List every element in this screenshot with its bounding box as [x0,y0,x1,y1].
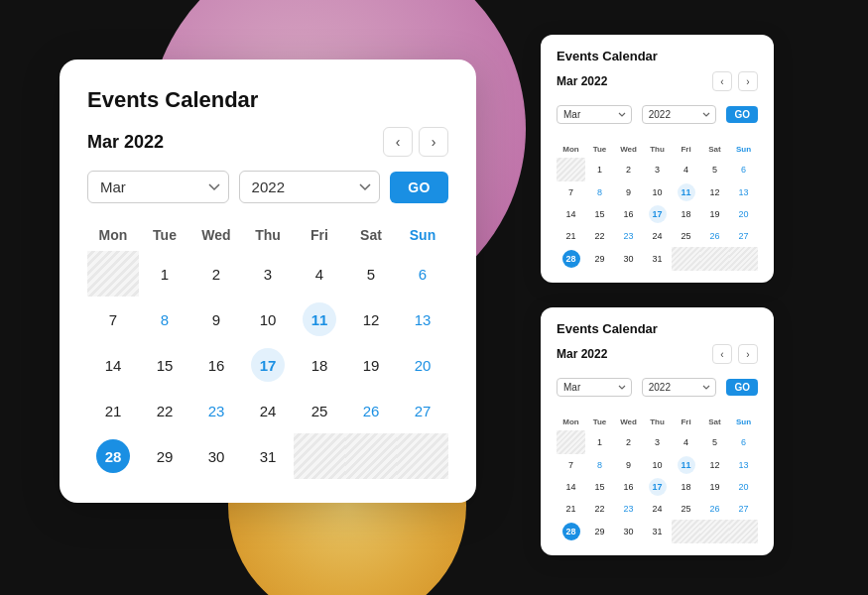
table-row[interactable] [557,158,585,181]
table-row[interactable]: 18 [672,203,700,225]
small-calendar-2-year-select[interactable]: 2020202120222023 [642,378,717,397]
table-row[interactable]: 1 [585,158,614,181]
table-row[interactable]: 9 [614,454,643,476]
table-row[interactable]: 26 [345,388,397,433]
small-calendar-1-year-select[interactable]: 2020202120222023 [642,105,717,124]
table-row[interactable] [397,433,448,479]
table-row[interactable]: 21 [557,498,585,520]
small-calendar-2-month-select[interactable]: JanFebMarApr MayJunJulAug SepOctNovDec [557,378,632,397]
table-row[interactable]: 29 [585,520,614,543]
table-row[interactable]: 11 [672,181,700,203]
table-row[interactable]: 2 [190,251,242,297]
table-row[interactable]: 3 [643,430,672,454]
table-row[interactable]: 21 [87,388,139,433]
small-calendar-2-go-btn[interactable]: GO [726,379,758,396]
table-row[interactable] [345,433,397,479]
table-row[interactable]: 20 [729,203,758,225]
table-row[interactable]: 6 [729,430,758,454]
table-row[interactable]: 15 [585,203,614,225]
table-row[interactable]: 19 [700,203,729,225]
main-calendar-prev-btn[interactable]: ‹ [383,127,413,157]
table-row[interactable]: 30 [190,433,242,479]
small-calendar-1-month-select[interactable]: JanFebMarApr MayJunJulAug SepOctNovDec [557,105,632,124]
table-row[interactable]: 7 [557,454,585,476]
table-row[interactable]: 26 [700,498,729,520]
table-row[interactable]: 11 [294,297,345,342]
table-row[interactable]: 19 [345,342,397,388]
table-row[interactable]: 27 [729,225,758,247]
table-row[interactable]: 13 [729,454,758,476]
table-row[interactable]: 19 [700,476,729,498]
table-row[interactable]: 22 [139,388,190,433]
small-calendar-1-prev-btn[interactable]: ‹ [712,71,732,91]
table-row[interactable]: 15 [585,476,614,498]
table-row[interactable]: 2 [614,158,643,181]
table-row[interactable]: 13 [729,181,758,203]
table-row[interactable]: 5 [700,158,729,181]
table-row[interactable]: 8 [585,181,614,203]
table-row[interactable]: 31 [643,247,672,271]
table-row[interactable] [672,247,700,271]
table-row[interactable] [700,520,729,543]
table-row[interactable]: 15 [139,342,190,388]
table-row[interactable]: 17 [643,203,672,225]
table-row[interactable]: 8 [585,454,614,476]
table-row[interactable]: 27 [397,388,448,433]
table-row[interactable]: 30 [614,247,643,271]
table-row[interactable]: 26 [700,225,729,247]
main-calendar-next-btn[interactable]: › [419,127,448,157]
table-row[interactable] [87,251,139,297]
table-row[interactable]: 9 [614,181,643,203]
small-calendar-2-prev-btn[interactable]: ‹ [712,344,732,364]
table-row[interactable]: 2 [614,430,643,454]
table-row[interactable]: 24 [643,498,672,520]
table-row[interactable] [729,520,758,543]
table-row[interactable]: 17 [242,342,294,388]
table-row[interactable]: 10 [643,181,672,203]
main-calendar-go-btn[interactable]: GO [390,172,448,203]
table-row[interactable]: 10 [242,297,294,342]
table-row[interactable]: 22 [585,225,614,247]
table-row[interactable]: 16 [614,476,643,498]
table-row[interactable]: 25 [294,388,345,433]
table-row[interactable]: 28 [557,247,585,271]
table-row[interactable]: 18 [294,342,345,388]
table-row[interactable]: 20 [729,476,758,498]
table-row[interactable]: 14 [87,342,139,388]
table-row[interactable]: 23 [614,225,643,247]
table-row[interactable]: 28 [87,433,139,479]
table-row[interactable]: 31 [643,520,672,543]
table-row[interactable]: 31 [242,433,294,479]
table-row[interactable]: 22 [585,498,614,520]
table-row[interactable]: 27 [729,498,758,520]
table-row[interactable] [729,247,758,271]
table-row[interactable] [294,433,345,479]
table-row[interactable]: 7 [87,297,139,342]
table-row[interactable]: 23 [190,388,242,433]
table-row[interactable]: 3 [242,251,294,297]
table-row[interactable]: 5 [700,430,729,454]
main-calendar-year-select[interactable]: 20202021202220232024 [239,171,381,203]
table-row[interactable]: 23 [614,498,643,520]
small-calendar-1-next-btn[interactable]: › [738,71,758,91]
table-row[interactable]: 4 [672,430,700,454]
table-row[interactable] [557,430,585,454]
table-row[interactable]: 25 [672,498,700,520]
table-row[interactable]: 29 [139,433,190,479]
table-row[interactable]: 11 [672,454,700,476]
table-row[interactable]: 3 [643,158,672,181]
table-row[interactable]: 14 [557,203,585,225]
table-row[interactable]: 29 [585,247,614,271]
table-row[interactable]: 6 [397,251,448,297]
table-row[interactable]: 5 [345,251,397,297]
table-row[interactable]: 25 [672,225,700,247]
table-row[interactable]: 12 [700,454,729,476]
table-row[interactable]: 10 [643,454,672,476]
table-row[interactable]: 1 [585,430,614,454]
table-row[interactable]: 9 [190,297,242,342]
table-row[interactable]: 16 [614,203,643,225]
small-calendar-2-next-btn[interactable]: › [738,344,758,364]
main-calendar-month-select[interactable]: JanFebMarApr MayJunJulAug SepOctNovDec [87,171,229,203]
table-row[interactable]: 17 [643,476,672,498]
small-calendar-1-go-btn[interactable]: GO [726,106,758,123]
